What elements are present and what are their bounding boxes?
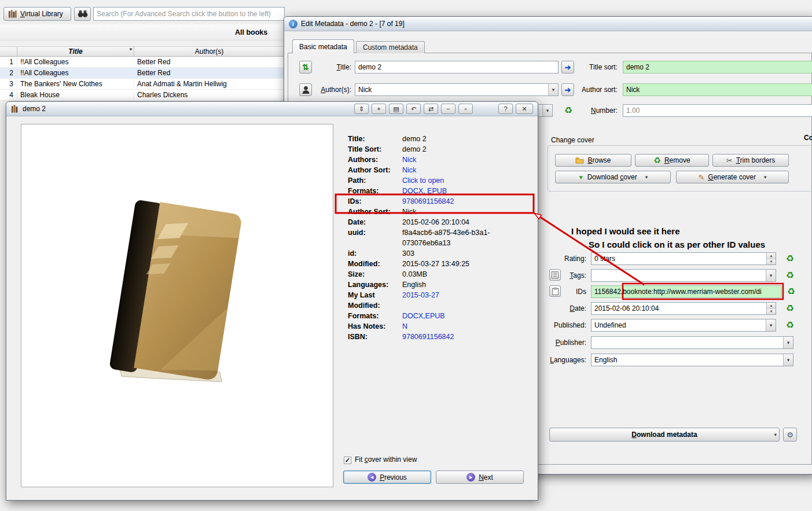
row-number-header[interactable]	[0, 47, 17, 56]
title-label: Title:	[319, 61, 351, 73]
folder-icon	[575, 157, 584, 164]
cell-title[interactable]: !!All Colleagues	[17, 58, 134, 66]
target-icon: ⌖	[377, 106, 380, 112]
chevron-down-icon[interactable]: ▾	[783, 337, 793, 348]
manage-authors-button[interactable]	[299, 83, 312, 96]
title-sort-value: demo 2	[626, 63, 649, 71]
publisher-combo[interactable]: ▾	[591, 336, 793, 349]
download-metadata-button[interactable]: Download metadata ▾	[549, 428, 780, 442]
detail-value-link[interactable]: Nick	[402, 165, 525, 175]
author-icon	[302, 86, 310, 94]
languages-combo[interactable]: English ▾	[591, 354, 793, 366]
tab-custom-metadata[interactable]: Custom metadata	[356, 41, 425, 53]
detail-value-link[interactable]: DOCX,EPUB	[402, 311, 525, 321]
previous-button[interactable]: ◀ Previous	[343, 470, 431, 484]
detail-label: Path:	[348, 175, 402, 186]
table-row[interactable]: 1 !!All Colleagues Better Red	[0, 57, 285, 68]
table-row[interactable]: 3 The Bankers' New Clothes Anat Admati &…	[0, 79, 285, 90]
clear-rating-icon[interactable]: ♻	[784, 252, 796, 265]
close-button[interactable]: ✕	[516, 104, 533, 114]
fit-vertical-button[interactable]: ⇕	[354, 104, 369, 114]
authors-combo[interactable]: Nick ▾	[355, 83, 559, 96]
clear-series-icon[interactable]: ♻	[563, 104, 574, 117]
restore-button[interactable]: ▫	[458, 104, 473, 114]
detail-value-link[interactable]: 2015-03-27	[402, 290, 525, 311]
virtual-library-button[interactable]: Virtual Library	[3, 7, 71, 21]
clear-date-icon[interactable]: ♻	[784, 302, 796, 315]
window-titlebar[interactable]: demo 2 ⇕ ⌖ ▤ ↶ ⇄ − ▫ ? ✕	[6, 102, 538, 116]
title-column-header[interactable]: Title	[17, 47, 134, 56]
next-icon: ▶	[466, 473, 475, 481]
cell-author[interactable]: Charles Dickens	[134, 91, 285, 99]
layout-button[interactable]: ▤	[389, 104, 403, 114]
chevron-down-icon[interactable]: ▾	[774, 432, 777, 438]
chevron-down-icon[interactable]: ▾	[764, 174, 767, 180]
table-row[interactable]: 4 Bleak House Charles Dickens	[0, 90, 285, 101]
cell-title[interactable]: !!All Colleagues	[17, 69, 134, 77]
download-cover-button[interactable]: ▼ Download cover ▾	[555, 171, 671, 183]
detail-value-link[interactable]: Click to open	[402, 175, 525, 186]
chevron-down-icon[interactable]: ▾	[548, 84, 558, 95]
swap-horizontal-button[interactable]: ⇄	[424, 104, 438, 114]
clear-ids-icon[interactable]: ♻	[785, 285, 797, 298]
target-button[interactable]: ⌖	[372, 104, 386, 114]
copy-author-to-sort-button[interactable]: ➜	[561, 83, 574, 96]
detail-value-link[interactable]: 9780691156842	[402, 332, 525, 342]
date-spinner[interactable]: ▴ ▾	[766, 303, 776, 314]
fit-cover-checkbox[interactable]: ✓	[344, 457, 351, 464]
search-input[interactable]	[93, 7, 285, 21]
detail-value-link[interactable]: N	[402, 321, 525, 332]
detail-value-link[interactable]: 9780691156842	[402, 196, 525, 207]
detail-row: Title Sort:demo 2	[348, 144, 538, 155]
dialog-titlebar[interactable]: i Edit Metadata - demo 2 - [7 of 19]	[284, 17, 812, 31]
swap-title-author-button[interactable]: ⇅	[299, 61, 312, 73]
detail-label: Formats:	[348, 311, 402, 321]
chevron-down-icon[interactable]: ▾	[766, 319, 776, 331]
date-field[interactable]: 2015-02-06 20:10:04 ▴ ▾	[591, 302, 776, 315]
detail-row: Formats:DOCX, EPUB	[348, 186, 538, 196]
configure-metadata-download-button[interactable]: ⚙	[783, 428, 797, 442]
detail-value-link[interactable]: Nick	[402, 155, 525, 165]
row-number: 3	[0, 80, 17, 88]
undo-button[interactable]: ↶	[406, 104, 421, 114]
title-input[interactable]	[355, 61, 559, 73]
ids-field[interactable]: 1156842,booknote:http://www.merriam-webs…	[591, 285, 782, 298]
cell-title[interactable]: The Bankers' New Clothes	[17, 80, 134, 88]
generate-cover-button[interactable]: ✎ Generate cover ▾	[676, 171, 789, 183]
tags-combo[interactable]: ▾	[591, 269, 776, 282]
table-row[interactable]: 2 !!All Colleagues Better Red	[0, 68, 285, 79]
detail-value-link[interactable]: DOCX, EPUB	[402, 186, 525, 196]
remove-cover-button[interactable]: ♻ Remove	[635, 154, 709, 167]
help-button[interactable]: ?	[498, 104, 513, 114]
chevron-down-icon[interactable]: ▾	[542, 105, 552, 116]
undo-icon: ↶	[411, 106, 416, 112]
trim-borders-button[interactable]: ✂ Trim borders	[712, 154, 789, 167]
cell-author[interactable]: Better Red	[134, 58, 285, 66]
title-sort-field[interactable]: demo 2	[623, 61, 812, 73]
series-number-input[interactable]	[623, 104, 812, 117]
chevron-down-icon[interactable]: ▾	[645, 174, 648, 180]
advanced-search-button[interactable]	[74, 7, 91, 21]
clear-tags-icon[interactable]: ♻	[784, 269, 796, 282]
cell-title[interactable]: Bleak House	[17, 91, 134, 99]
cell-author[interactable]: Anat Admati & Martin Hellwig	[134, 80, 285, 88]
author-sort-field[interactable]: Nick	[623, 83, 812, 96]
clear-published-icon[interactable]: ♻	[784, 319, 796, 332]
rating-spinner[interactable]: ▴ ▾	[766, 253, 776, 264]
swap-horizontal-icon: ⇄	[428, 106, 433, 112]
detail-value: English	[402, 280, 525, 290]
tab-basic-metadata[interactable]: Basic metadata	[292, 39, 354, 53]
detail-row: Languages:English	[348, 280, 538, 290]
spin-down-icon: ▾	[767, 259, 776, 265]
rating-combo[interactable]: 0 stars ▴ ▾	[591, 252, 776, 265]
chevron-down-icon[interactable]: ▾	[783, 354, 793, 366]
next-label: Next	[479, 473, 493, 481]
cell-author[interactable]: Better Red	[134, 69, 285, 77]
minimize-button[interactable]: −	[441, 104, 455, 114]
published-field[interactable]: Undefined ▾	[591, 319, 776, 332]
next-button[interactable]: ▶ Next	[436, 470, 524, 484]
copy-title-to-sort-button[interactable]: ➜	[561, 61, 574, 73]
chevron-down-icon[interactable]: ▾	[766, 270, 776, 281]
browse-cover-button[interactable]: Browse	[555, 154, 631, 167]
author-column-header[interactable]: Author(s)	[134, 47, 285, 56]
